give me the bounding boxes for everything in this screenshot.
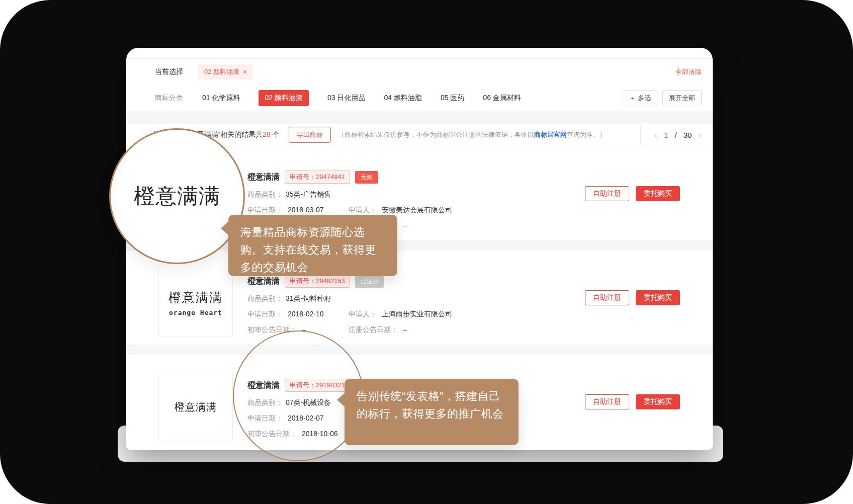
category-item-01[interactable]: 01 化学原料 [202, 94, 240, 103]
title-line: 橙意满满 申请号：29474941 无效 [247, 171, 452, 184]
clear-all-button[interactable]: 全部清除 [675, 67, 702, 76]
status-badge: 无效 [355, 171, 378, 184]
trademark-image-subtext: orange Heart [169, 309, 222, 316]
category-bar-label: 商标分类 [155, 94, 183, 103]
magnified-trademark-text: 橙意满满 [134, 182, 220, 210]
entrust-buy-button[interactable]: 委托购买 [636, 290, 680, 305]
tooltip-arrow-icon [221, 221, 229, 235]
applicant: 申请人： 上海雨步实业有限公司 [349, 308, 452, 319]
entrust-buy-button[interactable]: 委托购买 [636, 394, 680, 409]
self-register-button[interactable]: 自助注册 [585, 186, 629, 201]
magnifier-circle: 橙意满满 [109, 128, 245, 264]
trademark-image-text: 橙意满满 [168, 289, 223, 306]
category-value: 31类-饲料种籽 [286, 293, 331, 304]
results-summary-suffix: 个 [271, 130, 280, 138]
trademark-image: 橙意满满 orange Heart [158, 269, 233, 337]
trademark-image: 橙意满满 [158, 373, 233, 441]
next-page-icon[interactable]: › [698, 130, 702, 140]
expand-all-button[interactable]: 展开全部 [662, 90, 702, 106]
tooltip-arrow-icon [337, 393, 345, 407]
tag-close-icon[interactable]: × [243, 68, 247, 75]
application-number-label: 申请号： [290, 277, 316, 285]
application-number-value: 29482153 [316, 277, 345, 285]
applicant: 申请人： 安徽美达会展有限公司 [349, 204, 452, 215]
current-selection-label: 当前选择 [155, 67, 183, 76]
reg-announce-date: 注册公告日期： – [349, 324, 407, 335]
application-number-value: 29474941 [316, 173, 345, 181]
section-gap [126, 111, 713, 124]
tooltip-marketplace-text: 海量精品商标资源随心选购。支持在线交易，获得更多的交易机会 [240, 226, 376, 274]
title-line: 橙意满满 申请号：29482153 已注册 [247, 275, 452, 288]
category-label: 商品类别： [247, 293, 283, 304]
category-item-02[interactable]: 02 颜料油漆 [259, 90, 308, 106]
self-register-button[interactable]: 自助注册 [585, 394, 629, 409]
results-count: 28 [263, 130, 271, 138]
self-register-button[interactable]: 自助注册 [585, 290, 629, 305]
apply-date: 申请日期： 2018-02-10 [247, 308, 349, 319]
category-line: 商品类别： 35类-广告销售 [247, 189, 452, 200]
tooltip-promotion: 告别传统“发表格”，搭建自己的标行，获得更多的推广机会 [345, 379, 519, 445]
category-item-04[interactable]: 04 燃料油脂 [384, 94, 421, 103]
selected-filter-tag[interactable]: 02 颜料油漆 × [198, 64, 253, 79]
apply-date: 申请日期： 2018-03-07 [247, 204, 349, 215]
current-page: 1 [664, 131, 668, 139]
selected-filter-tag-label: 02 颜料油漆 [204, 67, 239, 76]
category-label: 商品类别： [247, 189, 283, 200]
category-item-03[interactable]: 03 日化用品 [327, 94, 365, 103]
export-trademarks-button[interactable]: 导出商标 [289, 127, 331, 143]
application-number-badge: 申请号：29474941 [285, 171, 350, 184]
row-actions: 自助注册 委托购买 [585, 146, 680, 240]
prev-page-icon[interactable]: ‹ [654, 130, 657, 140]
current-selection-bar: 当前选择 02 颜料油漆 × 全部清除 [126, 58, 713, 85]
category-line: 商品类别： 31类-饲料种籽 [247, 293, 452, 304]
row-actions: 自助注册 委托购买 [585, 355, 680, 449]
application-number-label: 申请号： [290, 173, 316, 181]
multi-select-button[interactable]: ＋ 多选 [623, 90, 657, 106]
application-number-badge: 申请号：29482153 [285, 275, 350, 288]
tooltip-marketplace: 海量精品商标资源随心选购。支持在线交易，获得更多的交易机会 [228, 215, 397, 276]
total-pages: 30 [684, 131, 692, 139]
row-gap [126, 345, 713, 355]
category-bar: 商标分类 01 化学原料 02 颜料油漆 03 日化用品 04 燃料油脂 05 … [126, 85, 713, 111]
category-item-06[interactable]: 06 金属材料 [483, 94, 521, 103]
trademark-name: 橙意满满 [247, 276, 280, 287]
row-actions: 自助注册 委托购买 [585, 250, 680, 345]
date-line: 申请日期： 2018-02-10 申请人： 上海雨步实业有限公司 [247, 308, 452, 319]
category-value: 35类-广告销售 [286, 189, 331, 200]
disclaimer-pre: （商标检索结果仅供参考，不作为商标能否注册的法律依据；具体以 [338, 131, 534, 138]
page-separator: / [674, 131, 676, 139]
entrust-buy-button[interactable]: 委托购买 [636, 186, 680, 201]
trademark-office-link[interactable]: 商标局官网 [534, 131, 567, 138]
trademark-name: 橙意满满 [247, 172, 280, 183]
disclaimer-post: 查询为准。） [567, 131, 606, 138]
tooltip-promotion-text: 告别传统“发表格”，搭建自己的标行，获得更多的推广机会 [357, 390, 504, 420]
disclaimer: （商标检索结果仅供参考，不作为商标能否注册的法律依据；具体以商标局官网查询为准。… [338, 130, 606, 139]
pagination: ‹ 1 / 30 › [640, 124, 713, 146]
category-items: 01 化学原料 02 颜料油漆 03 日化用品 04 燃料油脂 05 医药 06… [202, 90, 521, 106]
category-item-05[interactable]: 05 医药 [441, 94, 464, 103]
date-line: 申请日期： 2018-03-07 申请人： 安徽美达会展有限公司 [247, 204, 452, 215]
trademark-image-text: 橙意满满 [175, 400, 217, 414]
table-row: 橙意满满 orange Heart 橙意满满 申请号：29482153 已注册 … [126, 250, 713, 345]
category-actions: ＋ 多选 展开全部 [623, 90, 702, 106]
status-badge: 已注册 [355, 275, 384, 288]
